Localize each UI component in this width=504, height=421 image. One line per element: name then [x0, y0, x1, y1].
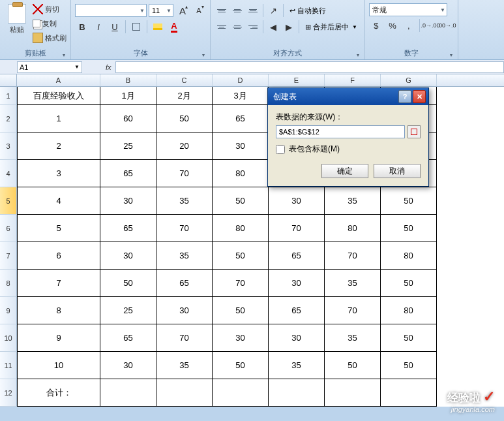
cell[interactable]: 65 [269, 297, 325, 324]
cell[interactable]: 30 [100, 242, 156, 270]
cell[interactable]: 50 [381, 187, 437, 215]
decrease-decimal-button[interactable]: .00→.0 [439, 18, 454, 33]
headers-checkbox[interactable] [276, 145, 285, 154]
col-header-B[interactable]: B [100, 74, 156, 86]
cell[interactable]: 65 [213, 105, 269, 133]
cell[interactable]: 65 [100, 324, 156, 352]
headers-checkbox-label[interactable]: 表包含标题(M) [276, 144, 421, 155]
align-middle-button[interactable] [230, 3, 245, 18]
cell[interactable]: 50 [156, 105, 213, 133]
cell[interactable]: 30 [213, 324, 269, 352]
cell[interactable]: 70 [325, 297, 381, 324]
cell[interactable] [213, 379, 269, 407]
cell[interactable]: 30 [100, 187, 156, 215]
cell[interactable]: 25 [100, 297, 156, 324]
cell[interactable] [381, 379, 437, 407]
row-header-10[interactable]: 10 [0, 324, 17, 352]
cell[interactable]: 30 [100, 352, 156, 379]
row-header-6[interactable]: 6 [0, 215, 17, 242]
cell[interactable]: 80 [381, 242, 437, 270]
decrease-indent-button[interactable]: ◀ [266, 20, 280, 34]
cell[interactable]: 30 [213, 133, 269, 160]
row-header-4[interactable]: 4 [0, 160, 17, 187]
cell[interactable]: 70 [156, 324, 213, 352]
cell[interactable] [100, 379, 156, 407]
fx-icon[interactable]: fx [106, 63, 111, 71]
wrap-text-button[interactable]: ↩自动换行 [286, 4, 329, 18]
source-input[interactable] [276, 125, 405, 138]
cell[interactable]: 50 [381, 215, 437, 242]
cell[interactable]: 80 [325, 215, 381, 242]
cell[interactable]: 30 [156, 297, 213, 324]
cell[interactable]: 6 [17, 242, 100, 270]
cell[interactable]: 9 [17, 324, 100, 352]
cell[interactable]: 30 [269, 270, 325, 297]
cell[interactable]: 30 [269, 324, 325, 352]
cell[interactable]: 65 [269, 242, 325, 270]
fill-color-button[interactable] [151, 20, 165, 34]
cell[interactable]: 35 [156, 242, 213, 270]
cell[interactable]: 10 [17, 352, 100, 379]
ok-button[interactable]: 确定 [321, 164, 368, 178]
col-header-F[interactable]: F [325, 74, 381, 86]
cancel-button[interactable]: 取消 [374, 164, 421, 178]
cell[interactable]: 50 [213, 242, 269, 270]
cell[interactable]: 60 [100, 105, 156, 133]
increase-decimal-button[interactable]: .0→.00 [423, 18, 437, 33]
paste-button[interactable]: 粘贴 [4, 1, 30, 47]
cell[interactable]: 50 [381, 352, 437, 379]
align-right-button[interactable] [246, 20, 260, 34]
row-header-5[interactable]: 5 [0, 187, 17, 215]
decrease-font-button[interactable]: A▾ [192, 3, 206, 18]
close-button[interactable]: ✕ [413, 90, 426, 103]
cell[interactable]: 80 [213, 160, 269, 187]
row-header-8[interactable]: 8 [0, 270, 17, 297]
cell[interactable] [156, 379, 213, 407]
cell[interactable]: 百度经验收入 [17, 87, 100, 105]
cell[interactable]: 65 [100, 160, 156, 187]
select-all-corner[interactable] [0, 74, 17, 86]
cell[interactable]: 70 [156, 160, 213, 187]
row-header-11[interactable]: 11 [0, 352, 17, 379]
font-size-combo[interactable]: 11▼ [149, 4, 173, 17]
cell[interactable]: 80 [213, 215, 269, 242]
col-header-A[interactable]: A [17, 74, 100, 86]
font-color-button[interactable]: A [167, 20, 181, 34]
cell[interactable]: 65 [156, 270, 213, 297]
dialog-titlebar[interactable]: 创建表 ? ✕ [268, 88, 428, 105]
formula-input[interactable] [115, 61, 504, 73]
font-name-combo[interactable]: ▼ [75, 4, 147, 17]
cell[interactable]: 25 [100, 133, 156, 160]
cell[interactable]: 35 [325, 187, 381, 215]
align-bottom-button[interactable] [246, 3, 260, 18]
cell[interactable]: 1 [17, 105, 100, 133]
underline-button[interactable]: U [108, 20, 122, 34]
col-header-C[interactable]: C [156, 74, 213, 86]
cell[interactable]: 50 [325, 352, 381, 379]
format-painter-button[interactable]: 格式刷 [33, 31, 67, 44]
cell[interactable]: 35 [156, 352, 213, 379]
help-button[interactable]: ? [398, 90, 411, 103]
cut-button[interactable]: 剪切 [33, 3, 67, 16]
col-header-D[interactable]: D [213, 74, 269, 86]
cell[interactable] [269, 379, 325, 407]
number-format-combo[interactable]: 常规▼ [369, 3, 447, 16]
row-header-7[interactable]: 7 [0, 242, 17, 270]
bold-button[interactable]: B [75, 20, 89, 34]
cell[interactable]: 70 [213, 270, 269, 297]
row-header-9[interactable]: 9 [0, 297, 17, 324]
row-header-3[interactable]: 3 [0, 133, 17, 160]
cell[interactable]: 1月 [100, 87, 156, 105]
cell[interactable]: 2月 [156, 87, 213, 105]
cell[interactable]: 50 [213, 352, 269, 379]
cell[interactable]: 80 [381, 297, 437, 324]
align-top-button[interactable] [215, 3, 229, 18]
cell[interactable]: 7 [17, 270, 100, 297]
row-header-1[interactable]: 1 [0, 87, 17, 105]
cell[interactable]: 2 [17, 133, 100, 160]
row-header-12[interactable]: 12 [0, 379, 17, 407]
align-center-button[interactable] [230, 20, 245, 34]
cell[interactable]: 5 [17, 215, 100, 242]
align-left-button[interactable] [215, 20, 229, 34]
cell[interactable]: 4 [17, 187, 100, 215]
